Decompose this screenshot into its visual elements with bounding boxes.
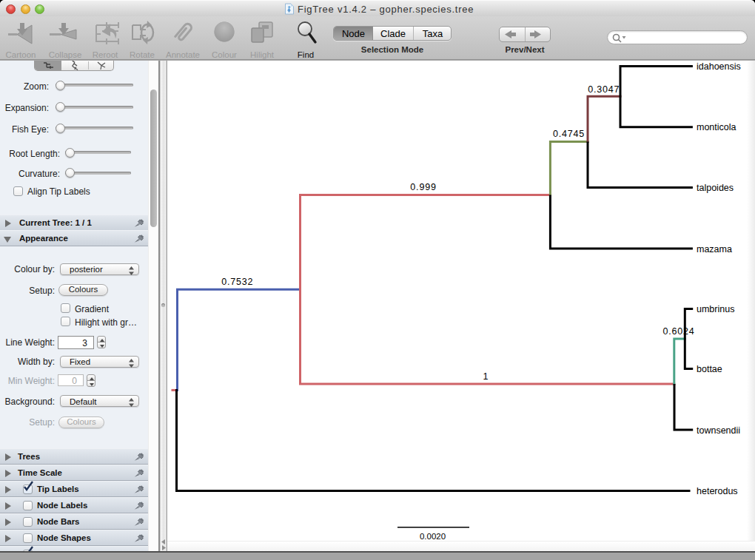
svg-text:0.7532: 0.7532 xyxy=(221,277,253,287)
svg-text:umbrinus: umbrinus xyxy=(697,304,734,314)
svg-text:0.3047: 0.3047 xyxy=(588,84,620,95)
svg-text:townsendii: townsendii xyxy=(697,425,740,436)
svg-text:0.0020: 0.0020 xyxy=(420,532,446,541)
svg-text:heterodus: heterodus xyxy=(697,486,738,496)
svg-text:1: 1 xyxy=(483,371,489,382)
svg-text:bottae: bottae xyxy=(697,364,722,374)
svg-text:talpoides: talpoides xyxy=(697,183,734,193)
svg-text:idahoensis: idahoensis xyxy=(697,61,741,72)
svg-text:monticola: monticola xyxy=(697,122,736,132)
svg-text:0.4745: 0.4745 xyxy=(553,129,585,139)
svg-text:0.6024: 0.6024 xyxy=(662,326,694,337)
svg-text:mazama: mazama xyxy=(697,244,732,254)
svg-text:0.999: 0.999 xyxy=(410,182,436,192)
